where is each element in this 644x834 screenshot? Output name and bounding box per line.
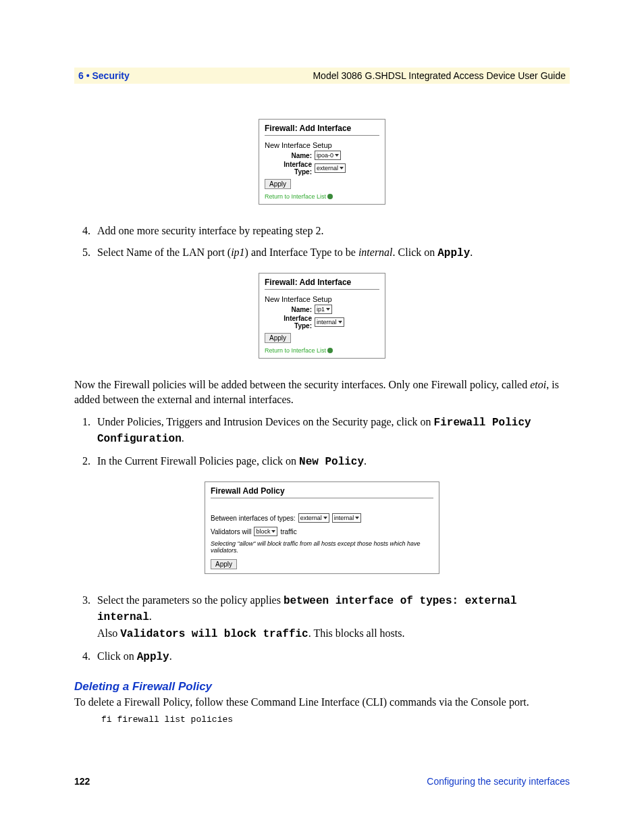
- footer-section: Configuring the security interfaces: [427, 776, 570, 787]
- figure3-type2-value: internal: [334, 515, 354, 521]
- cli-command: fi firewall list policies: [101, 714, 570, 725]
- figure3-between-label: Between interfaces of types:: [211, 515, 296, 522]
- policy-step-4: Click on Apply.: [93, 649, 570, 665]
- pol1c: .: [182, 432, 184, 444]
- step-5-mid: ) and Interface Type to be: [245, 246, 358, 258]
- step-5-pre: Select Name of the LAN port (: [97, 246, 231, 258]
- figure1-name-label: Name:: [265, 152, 315, 159]
- chevron-down-icon: [340, 167, 344, 170]
- figure2-type-select[interactable]: internal: [315, 317, 344, 327]
- page-header: 6 • Security Model 3086 G.SHDSL Integrat…: [74, 68, 570, 84]
- pol4c: .: [169, 650, 172, 662]
- arrow-icon: [327, 348, 333, 353]
- figure3-validators-value: block: [256, 528, 270, 535]
- step-4-text: Add one more security interface by repea…: [97, 225, 323, 236]
- figure3-validators-pre: Validators will: [211, 528, 251, 536]
- page-footer: 122 Configuring the security interfaces: [74, 776, 570, 787]
- figure3-apply-button[interactable]: Apply: [211, 559, 237, 569]
- chevron-down-icon: [271, 530, 275, 533]
- figure1-type-label: Interface Type:: [265, 161, 315, 176]
- pol3c: .: [149, 610, 152, 622]
- step-5: Select Name of the LAN port (ip1) and In…: [93, 245, 570, 261]
- pol3f: . This blocks all hosts.: [308, 627, 405, 639]
- figure-add-interface-external: Firewall: Add Interface New Interface Se…: [259, 119, 385, 205]
- figure-add-interface-internal: Firewall: Add Interface New Interface Se…: [259, 273, 385, 359]
- pol3e: Validators will block traffic: [120, 628, 308, 640]
- step-5-internal: internal: [358, 246, 393, 258]
- pol2c: .: [364, 455, 367, 467]
- chevron-down-icon: [335, 154, 339, 157]
- page-number: 122: [74, 776, 90, 787]
- figure3-type1-select[interactable]: external: [298, 513, 329, 523]
- figure2-return-link[interactable]: Return to Interface List: [265, 347, 379, 354]
- step-5-ip: ip1: [231, 246, 244, 258]
- firewall-policy-intro: Now the Firewall policies will be added …: [74, 377, 570, 407]
- figure2-type-value: internal: [317, 319, 337, 325]
- chapter-label: 6 • Security: [78, 70, 130, 81]
- pol3a: Select the parameters so the policy appl…: [97, 594, 284, 606]
- figure1-type-select[interactable]: external: [315, 163, 346, 173]
- step-5-apply: Apply: [437, 247, 470, 259]
- policy-steps-list-a: Under Policies, Triggers and Intrusion D…: [74, 415, 570, 469]
- figure3-title: Firewall Add Policy: [211, 486, 433, 498]
- pol3d: Also: [97, 627, 120, 639]
- figure2-name-value: ip1: [317, 306, 325, 313]
- figure1-return-text: Return to Interface List: [265, 193, 326, 200]
- step-5-end: .: [470, 246, 473, 258]
- chevron-down-icon: [338, 321, 342, 323]
- section-heading-delete: Deleting a Firewall Policy: [74, 680, 570, 694]
- figure2-subtitle: New Interface Setup: [265, 295, 379, 303]
- figure3-type1-value: external: [300, 515, 322, 521]
- figure3-validators-select[interactable]: block: [254, 527, 277, 536]
- policy-step-1: Under Policies, Triggers and Intrusion D…: [93, 415, 570, 446]
- figure2-apply-button[interactable]: Apply: [265, 333, 291, 343]
- para1-etoi: etoi: [530, 379, 546, 390]
- policy-step-2: In the Current Firewall Policies page, c…: [93, 454, 570, 470]
- chevron-down-icon: [355, 517, 359, 519]
- figure2-type-label: Interface Type:: [265, 315, 315, 330]
- step-4: Add one more security interface by repea…: [93, 224, 570, 238]
- figure3-note: Selecting "allow" will block traffic fro…: [211, 540, 433, 554]
- policy-step-3: Select the parameters so the policy appl…: [93, 593, 570, 642]
- para1a: Now the Firewall policies will be added …: [74, 379, 530, 390]
- delete-intro: To delete a Firewall Policy, follow thes…: [74, 695, 570, 710]
- figure2-name-label: Name:: [265, 306, 315, 313]
- figure1-title: Firewall: Add Interface: [265, 124, 379, 136]
- figure2-return-text: Return to Interface List: [265, 347, 326, 354]
- arrow-icon: [327, 194, 333, 199]
- steps-list-a: Add one more security interface by repea…: [74, 224, 570, 261]
- figure3-type2-select[interactable]: internal: [332, 513, 362, 523]
- pol4b: Apply: [137, 651, 169, 663]
- chevron-down-icon: [326, 308, 330, 311]
- figure1-return-link[interactable]: Return to Interface List: [265, 193, 379, 200]
- figure1-type-value: external: [317, 165, 338, 172]
- pol2a: In the Current Firewall Policies page, c…: [97, 455, 299, 467]
- figure1-name-select[interactable]: ipoa-0: [315, 151, 341, 160]
- step-5-post: . Click on: [393, 246, 438, 258]
- figure1-name-value: ipoa-0: [317, 152, 333, 159]
- pol4a: Click on: [97, 650, 137, 662]
- document-title: Model 3086 G.SHDSL Integrated Access Dev…: [313, 70, 566, 81]
- pol1a: Under Policies, Triggers and Intrusion D…: [97, 416, 434, 427]
- figure3-validators-post: traffic: [280, 528, 296, 536]
- figure2-title: Firewall: Add Interface: [265, 278, 379, 290]
- figure-add-policy: Firewall Add Policy Between interfaces o…: [205, 481, 439, 574]
- figure2-name-select[interactable]: ip1: [315, 305, 332, 314]
- pol2b: New Policy: [299, 456, 364, 468]
- policy-steps-list-b: Select the parameters so the policy appl…: [74, 593, 570, 664]
- figure1-apply-button[interactable]: Apply: [265, 179, 291, 189]
- figure1-subtitle: New Interface Setup: [265, 141, 379, 149]
- chevron-down-icon: [323, 517, 327, 519]
